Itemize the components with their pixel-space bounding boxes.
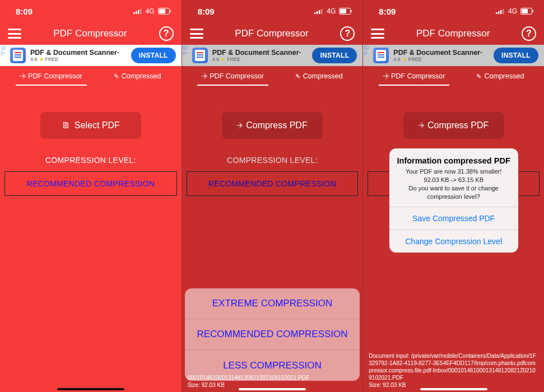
battery-icon bbox=[158, 8, 171, 15]
ad-text: PDF & Document Scanner· 4.6★FREE bbox=[212, 49, 308, 62]
tab-compressed[interactable]: ✎Compressed bbox=[476, 72, 524, 82]
ad-banner[interactable]: ⓘ▷ PDF & Document Scanner· 4.6★FREE INST… bbox=[182, 45, 363, 66]
tab-compressed[interactable]: ✎Compressed bbox=[295, 72, 343, 82]
compress-icon: ⇲ bbox=[417, 121, 426, 130]
document-info: 00010146100013148120821202109102021.PDF … bbox=[188, 374, 357, 389]
status-time: 8:09 bbox=[16, 7, 32, 16]
compress-pdf-button[interactable]: ⇲Compress PDF bbox=[222, 112, 323, 139]
ad-app-icon bbox=[192, 48, 208, 63]
network-label: 4G bbox=[327, 7, 336, 15]
tab-compressed[interactable]: ✎Compressed bbox=[114, 72, 161, 82]
svg-rect-10 bbox=[321, 9, 323, 14]
help-icon[interactable]: ? bbox=[340, 26, 355, 41]
tab-bar: ⇲PDF Compressor ✎Compressed bbox=[182, 66, 363, 88]
ad-subtitle: 4.6★FREE bbox=[393, 57, 489, 62]
compression-selector[interactable]: RECOMMENDED COMPRESSION bbox=[4, 171, 177, 196]
compression-level-label: COMPRESSION LEVEL: bbox=[227, 156, 318, 165]
svg-rect-19 bbox=[522, 9, 528, 13]
compress-icon: ⇲ bbox=[18, 72, 27, 81]
app-header: PDF Compressor ? bbox=[182, 22, 363, 45]
ad-badge-icon: ⓘ▷ bbox=[183, 46, 188, 56]
tab-compressor[interactable]: ⇲PDF Compressor bbox=[202, 72, 264, 82]
option-extreme[interactable]: EXTREME COMPRESSION bbox=[185, 288, 360, 319]
phone-screen-2: 8:09 4G PDF Compressor ? ⓘ▷ PDF & Docume… bbox=[182, 0, 363, 392]
svg-rect-9 bbox=[319, 10, 320, 14]
menu-icon[interactable] bbox=[8, 29, 21, 39]
ad-badge-icon: ⓘ▷ bbox=[1, 46, 6, 56]
option-recommended[interactable]: RECOMMENDED COMPRESSION bbox=[185, 319, 360, 350]
help-icon[interactable]: ? bbox=[159, 26, 174, 41]
ad-title: PDF & Document Scanner· bbox=[30, 49, 127, 57]
help-icon[interactable]: ? bbox=[522, 26, 536, 41]
signal-icon bbox=[496, 8, 505, 14]
edit-icon: ✎ bbox=[114, 73, 119, 80]
alert-body: Your PDF are now 31.38% smaller! 92.03 K… bbox=[396, 167, 512, 201]
compress-pdf-button[interactable]: ⇲Compress PDF bbox=[403, 112, 504, 139]
ad-text: PDF & Document Scanner· 4.6★FREE bbox=[393, 49, 489, 62]
svg-rect-14 bbox=[496, 12, 497, 14]
action-sheet: EXTREME COMPRESSION RECOMMENDED COMPRESS… bbox=[185, 288, 360, 381]
select-pdf-button[interactable]: 🗎Select PDF bbox=[40, 112, 141, 139]
signal-icon bbox=[133, 8, 142, 14]
edit-icon: ✎ bbox=[476, 73, 481, 80]
star-icon: ★ bbox=[39, 57, 44, 62]
home-indicator[interactable] bbox=[420, 388, 487, 390]
status-time: 8:09 bbox=[198, 7, 215, 16]
ad-banner[interactable]: ⓘ▷ PDF & Document Scanner· 4.6★FREE INST… bbox=[363, 45, 544, 66]
app-title: PDF Compressor bbox=[416, 28, 490, 39]
menu-icon[interactable] bbox=[371, 29, 384, 39]
edit-icon: ✎ bbox=[295, 73, 300, 80]
status-bar: 8:09 4G bbox=[182, 0, 363, 22]
phone-screen-1: 8:09 4G PDF Compressor ? ⓘ▷ PDF & Docume… bbox=[0, 0, 182, 392]
svg-rect-5 bbox=[159, 9, 165, 13]
tab-compressor[interactable]: ⇲PDF Compressor bbox=[383, 72, 445, 82]
change-level-button[interactable]: Change Compression Level bbox=[389, 230, 518, 253]
install-button[interactable]: INSTALL bbox=[312, 48, 357, 63]
svg-rect-13 bbox=[351, 10, 352, 12]
home-indicator[interactable] bbox=[239, 388, 306, 390]
svg-rect-6 bbox=[170, 10, 171, 12]
main-content: 🗎Select PDF COMPRESSION LEVEL: RECOMMEND… bbox=[0, 88, 182, 392]
svg-rect-2 bbox=[138, 10, 140, 14]
compress-icon: ⇲ bbox=[235, 121, 244, 130]
signal-icon bbox=[314, 8, 323, 14]
install-button[interactable]: INSTALL bbox=[494, 48, 538, 63]
ad-app-icon bbox=[10, 48, 26, 63]
ad-subtitle: 4.6★FREE bbox=[30, 57, 127, 62]
ad-text: PDF & Document Scanner· 4.6★FREE bbox=[30, 49, 127, 62]
alert-header: Information compressed PDF Your PDF are … bbox=[389, 148, 518, 207]
svg-rect-8 bbox=[317, 11, 318, 14]
save-button[interactable]: Save Compressed PDF bbox=[389, 207, 518, 230]
network-label: 4G bbox=[146, 7, 155, 15]
ad-title: PDF & Document Scanner· bbox=[393, 49, 489, 57]
star-icon: ★ bbox=[402, 57, 407, 62]
network-label: 4G bbox=[508, 7, 517, 15]
svg-rect-16 bbox=[500, 10, 502, 14]
battery-icon bbox=[339, 8, 352, 15]
pdf-file-icon: 🗎 bbox=[62, 120, 71, 130]
tab-compressor[interactable]: ⇲PDF Compressor bbox=[20, 72, 82, 82]
app-header: PDF Compressor ? bbox=[363, 22, 544, 45]
compress-icon: ⇲ bbox=[382, 72, 390, 81]
ad-subtitle: 4.6★FREE bbox=[212, 57, 308, 62]
alert-title: Information compressed PDF bbox=[396, 156, 512, 165]
svg-rect-20 bbox=[532, 10, 533, 12]
menu-icon[interactable] bbox=[190, 29, 203, 39]
compress-icon: ⇲ bbox=[200, 72, 209, 81]
svg-rect-15 bbox=[498, 11, 500, 14]
status-time: 8:09 bbox=[379, 7, 396, 16]
compression-selector[interactable]: RECOMMENDED COMPRESSION bbox=[187, 171, 359, 196]
status-right: 4G bbox=[133, 7, 171, 15]
star-icon: ★ bbox=[221, 57, 225, 62]
home-indicator[interactable] bbox=[57, 388, 124, 390]
status-right: 4G bbox=[314, 7, 352, 15]
app-title: PDF Compressor bbox=[235, 28, 308, 39]
app-title: PDF Compressor bbox=[53, 28, 127, 39]
ad-title: PDF & Document Scanner· bbox=[212, 49, 308, 57]
phone-screen-3: 8:09 4G PDF Compressor ? ⓘ▷ PDF & Docume… bbox=[362, 0, 544, 392]
svg-rect-3 bbox=[140, 9, 142, 14]
document-info: Document input: /private/var/mobile/Cont… bbox=[369, 352, 538, 389]
ad-banner[interactable]: ⓘ▷ PDF & Document Scanner· 4.6★FREE INST… bbox=[0, 45, 182, 66]
ad-badge-icon: ⓘ▷ bbox=[364, 46, 369, 56]
install-button[interactable]: INSTALL bbox=[131, 48, 176, 63]
